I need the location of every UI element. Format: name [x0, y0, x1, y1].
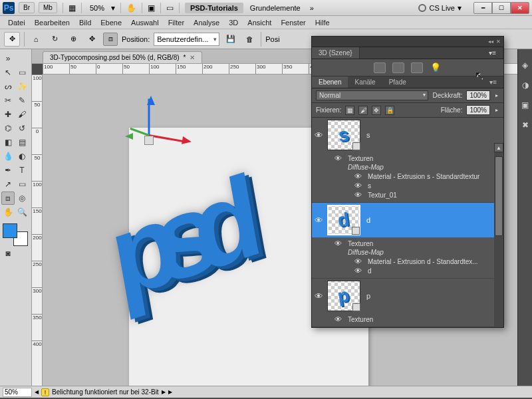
screenmode-icon[interactable]: ▭	[166, 3, 174, 13]
texture-item[interactable]: Material - Extrusion d - Standardtex...	[368, 258, 478, 265]
zoom-level[interactable]: 50%	[87, 4, 107, 12]
dock-adjust-icon[interactable]: ◑	[520, 80, 531, 90]
3d-object-tool-icon[interactable]: ⧈	[1, 192, 15, 205]
layer-p[interactable]: 👁 p▣ p 👁Texturen	[312, 279, 503, 327]
document-tab[interactable]: 3D-Typocomposing.psd bei 50% (d, RGB/8) …	[43, 51, 202, 63]
3d-camera-tool-icon[interactable]: ◎	[15, 192, 29, 205]
menu-3d[interactable]: 3D	[229, 19, 238, 27]
eraser-tool-icon[interactable]: ◧	[1, 136, 15, 149]
scene-material-icon[interactable]	[411, 63, 423, 73]
zoom-tool-icon[interactable]: 🔍	[15, 205, 29, 219]
crop-tool-icon[interactable]: ✂	[1, 94, 15, 107]
arrange-icon[interactable]: ▣	[148, 3, 155, 13]
minibridge-button[interactable]: Mb	[39, 2, 57, 13]
lock-transparency-icon[interactable]: ▦	[345, 106, 354, 115]
marquee-tool-icon[interactable]: ▭	[15, 66, 29, 79]
tab-3d-scene[interactable]: 3D {Szene}	[312, 47, 360, 59]
opt-orbit-icon[interactable]: ⊕	[66, 33, 80, 46]
lasso-tool-icon[interactable]: ᔕ	[1, 80, 15, 93]
opt-home-icon[interactable]: ⌂	[29, 33, 43, 46]
layer-s[interactable]: 👁 s▣ s 👁Texturen Diffuse-Map 👁Material -…	[312, 118, 503, 203]
delete-icon[interactable]: 🗑	[242, 33, 257, 46]
panel-close-icon[interactable]: ✕	[496, 39, 501, 45]
menu-bild[interactable]: Bild	[79, 19, 91, 27]
cslive-button[interactable]: CS Live ▾	[413, 3, 467, 13]
dock-mask-icon[interactable]: ▣	[520, 100, 531, 110]
lock-position-icon[interactable]: ✥	[372, 106, 381, 115]
menu-hilfe[interactable]: Hilfe	[315, 19, 330, 27]
menu-auswahl[interactable]: Auswahl	[131, 19, 159, 27]
texturen-label[interactable]: Texturen	[348, 155, 373, 162]
texture-item[interactable]: Textur_01	[368, 192, 397, 199]
blur-tool-icon[interactable]: 💧	[1, 150, 15, 163]
layer-d[interactable]: 👁 d▣ d 👁Texturen Diffuse-Map 👁Material -…	[312, 203, 503, 279]
lock-all-icon[interactable]: 🔒	[385, 106, 394, 115]
gizmo-x-axis[interactable]	[149, 134, 186, 143]
blend-mode-select[interactable]: Normal	[316, 90, 428, 100]
heal-tool-icon[interactable]: ✚	[1, 108, 15, 121]
menu-ansicht[interactable]: Ansicht	[247, 19, 271, 27]
texture-item[interactable]: s	[368, 182, 371, 190]
eyedropper-tool-icon[interactable]: ✎	[15, 94, 29, 107]
panel-scrollbar[interactable]: ▲	[494, 143, 503, 327]
panel-header[interactable]: ◂◂ ✕	[312, 37, 503, 47]
quickmask-icon[interactable]: ◙	[1, 247, 15, 260]
view-tile-icon[interactable]: ▦	[68, 3, 76, 13]
history-tool-icon[interactable]: ↺	[15, 122, 29, 135]
foreground-color-swatch[interactable]	[3, 223, 17, 238]
status-zoom-input[interactable]: 50%	[3, 388, 32, 397]
layers-menu-icon[interactable]: ▾≡	[483, 76, 503, 88]
gradient-tool-icon[interactable]: ▤	[15, 136, 29, 149]
shape-tool-icon[interactable]: ▭	[15, 178, 29, 191]
layout-name[interactable]: Grundelemente	[247, 4, 303, 12]
hand-tool-icon[interactable]: ✋	[1, 205, 15, 219]
visibility-icon[interactable]: 👁	[334, 239, 344, 247]
tab-kanaele[interactable]: Kanäle	[348, 76, 382, 88]
path-tool-icon[interactable]: ↗	[1, 178, 15, 191]
3d-gizmo[interactable]	[116, 101, 189, 174]
fill-input[interactable]: 100%	[466, 105, 490, 115]
layer-name[interactable]: s	[362, 131, 370, 139]
move-tool-icon[interactable]: ↖	[1, 66, 15, 79]
collapse-icon[interactable]: ◂◂	[488, 39, 493, 45]
hand-icon[interactable]: ✋	[126, 3, 136, 13]
opacity-flyout-icon[interactable]: ▸	[494, 92, 499, 98]
texture-item[interactable]: Material - Extrusion s - Standardtextur	[368, 173, 479, 180]
pen-tool-icon[interactable]: ✒	[1, 164, 15, 177]
layers-3d-panel[interactable]: ◂◂ ✕ 3D {Szene} ▾≡ 💡 Ebenen Kanäle Pfade…	[311, 36, 504, 328]
more-workspaces[interactable]: »	[307, 4, 317, 12]
texture-item[interactable]: d	[368, 267, 372, 275]
scroll-up-icon[interactable]: ▲	[494, 143, 503, 152]
menu-filter[interactable]: Filter	[168, 19, 184, 27]
gizmo-origin-icon[interactable]	[144, 136, 154, 145]
menu-datei[interactable]: Datei	[8, 19, 25, 27]
tool-toggle-icon[interactable]: »	[1, 52, 15, 65]
menu-analyse[interactable]: Analyse	[194, 19, 219, 27]
workspace-name[interactable]: PSD-Tutorials	[185, 3, 243, 13]
opacity-input[interactable]: 100%	[466, 90, 490, 100]
visibility-icon[interactable]: 👁	[312, 291, 325, 301]
visibility-icon[interactable]: 👁	[312, 215, 325, 225]
brush-tool-icon[interactable]: 🖌	[15, 108, 29, 121]
visibility-icon[interactable]: 👁	[312, 130, 325, 140]
dock-tools-icon[interactable]: ✖	[520, 120, 531, 130]
texturen-label[interactable]: Texturen	[348, 240, 373, 247]
dodge-tool-icon[interactable]: ◐	[15, 150, 29, 163]
zoom-dropdown-icon[interactable]: ▾	[111, 3, 115, 13]
opt-pan-icon[interactable]: ✥	[84, 33, 99, 46]
visibility-icon[interactable]: 👁	[354, 267, 364, 275]
bridge-button[interactable]: Br	[19, 2, 35, 13]
close-icon[interactable]: ✕	[190, 54, 195, 61]
layer-thumbnail[interactable]: s▣	[327, 120, 360, 150]
opt-rotate-icon[interactable]: ↻	[47, 33, 62, 46]
window-maximize-button[interactable]: ☐	[492, 2, 511, 14]
fill-flyout-icon[interactable]: ▸	[494, 107, 499, 113]
window-close-button[interactable]: ✕	[511, 2, 529, 14]
visibility-icon[interactable]: 👁	[334, 154, 344, 162]
dock-layers-icon[interactable]: ◈	[520, 60, 531, 70]
layer-thumbnail[interactable]: p▣	[327, 281, 360, 311]
menu-ebene[interactable]: Ebene	[100, 19, 122, 27]
scroll-thumb[interactable]	[495, 156, 503, 236]
menu-bearbeiten[interactable]: Bearbeiten	[35, 19, 70, 27]
stamp-tool-icon[interactable]: ⌬	[1, 122, 15, 135]
